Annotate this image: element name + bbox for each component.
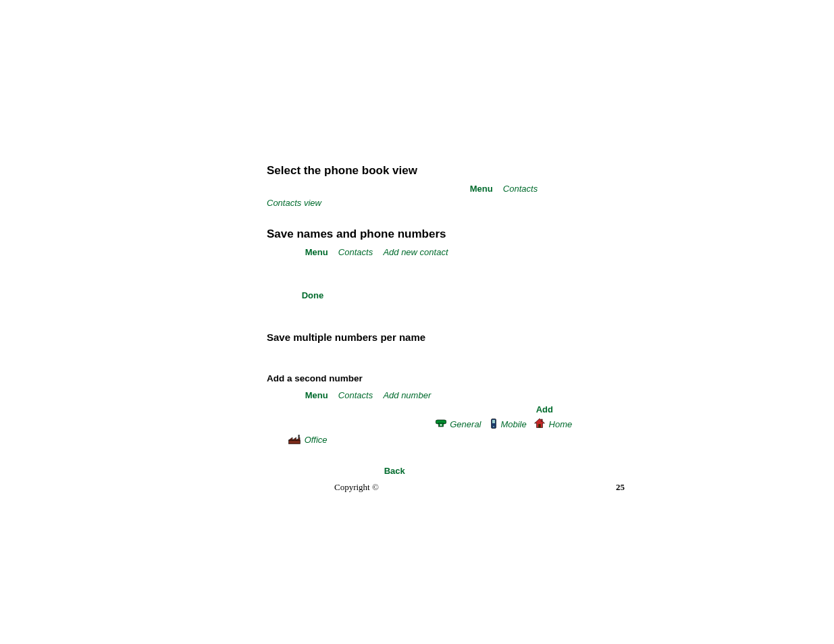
paragraph: Menu Contacts Add new contact: [267, 246, 631, 259]
mobile-icon: [490, 419, 497, 432]
ui-label-contacts: Contacts: [503, 184, 538, 194]
document-page: Select the phone book view Menu Contacts…: [267, 163, 631, 479]
ui-label-add-new-contact: Add new contact: [383, 247, 448, 257]
menu-label-add: Add: [536, 404, 553, 414]
svg-marker-11: [292, 437, 296, 440]
heading-save-names: Save names and phone numbers: [267, 227, 631, 242]
svg-rect-7: [538, 424, 540, 427]
ui-label-contacts: Contacts: [338, 247, 373, 257]
menu-label: Menu: [305, 390, 328, 400]
heading-select-phone-book-view: Select the phone book view: [267, 163, 631, 179]
phone-icon: [436, 419, 446, 431]
ui-label-home: Home: [549, 419, 573, 429]
factory-icon: [288, 434, 301, 448]
number-types-line: General Mobile Home: [267, 419, 631, 432]
paragraph: Add: [267, 404, 631, 416]
number-types-line-2: Office: [267, 434, 631, 448]
svg-rect-13: [298, 435, 300, 438]
svg-point-2: [440, 424, 442, 426]
svg-point-5: [493, 426, 494, 427]
page-number: 25: [616, 482, 625, 493]
paragraph: Menu Contacts: [267, 183, 631, 195]
copyright-text: Copyright ©: [334, 482, 379, 493]
svg-marker-10: [289, 437, 293, 440]
svg-rect-8: [541, 419, 542, 421]
paragraph: Back: [267, 465, 631, 477]
heading-add-second-number: Add a second number: [267, 373, 631, 385]
ui-label-office: Office: [305, 435, 328, 445]
menu-label: Menu: [305, 247, 328, 257]
heading-save-multiple: Save multiple numbers per name: [267, 331, 631, 344]
home-icon: [534, 419, 545, 431]
menu-label: Menu: [470, 184, 493, 194]
svg-rect-9: [289, 440, 301, 444]
ui-label-mobile: Mobile: [500, 419, 526, 429]
menu-label-done: Done: [302, 290, 324, 300]
ui-label-contacts: Contacts: [338, 390, 373, 400]
paragraph: Contacts view: [267, 197, 631, 209]
svg-rect-4: [492, 420, 495, 423]
ui-label-add-number: Add number: [383, 390, 431, 400]
menu-label-back: Back: [384, 466, 405, 476]
ui-label-contacts-view: Contacts view: [267, 198, 321, 208]
ui-label-general: General: [450, 419, 481, 429]
paragraph: Done: [267, 290, 631, 302]
paragraph: Menu Contacts Add number: [267, 390, 631, 402]
